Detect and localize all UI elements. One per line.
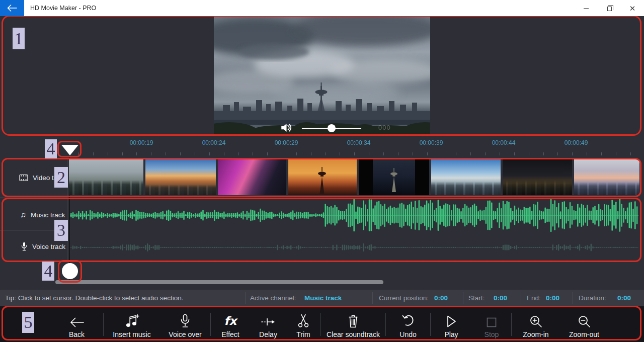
waveform-bar — [145, 245, 146, 249]
waveform-bar — [162, 247, 163, 248]
insert-music-button[interactable]: Insert music — [104, 306, 160, 342]
waveform-bar — [214, 210, 215, 221]
waveform-bar — [420, 247, 421, 248]
waveform-bar — [395, 208, 397, 223]
zoom-in-button[interactable]: Zoom-in — [512, 306, 560, 342]
status-tip: Tip: Click to set cursor. Double-click t… — [5, 290, 183, 306]
waveform-bar — [275, 214, 277, 216]
back-button[interactable]: Back — [50, 306, 103, 342]
video-clip-thumbnail[interactable] — [218, 159, 286, 195]
video-clip-thumbnail[interactable] — [69, 159, 143, 195]
waveform-bar — [451, 210, 452, 221]
video-clip-thumbnail[interactable] — [574, 159, 639, 195]
delay-button[interactable]: Delay — [250, 306, 286, 342]
waveform-bar — [533, 247, 534, 248]
waveform-bar — [334, 247, 335, 248]
waveform-bar — [537, 247, 538, 248]
video-clip-thumbnail[interactable] — [503, 159, 572, 195]
music-track-waveform[interactable] — [70, 197, 638, 233]
waveform-bar — [247, 247, 248, 248]
waveform-bar — [634, 247, 635, 247]
waveform-bar — [137, 211, 139, 219]
playhead-bottom-handle[interactable] — [62, 263, 78, 279]
speaker-icon[interactable] — [280, 122, 293, 134]
waveform-bar — [319, 214, 320, 217]
zoom-out-button[interactable]: Zoom-out — [560, 306, 608, 342]
waveform-bar — [133, 214, 135, 217]
video-clip-thumbnail[interactable] — [145, 159, 216, 195]
ruler-tick — [326, 152, 326, 155]
waveform-bar — [516, 210, 517, 221]
effect-button[interactable]: fx Effect — [211, 306, 250, 342]
waveform-bar — [238, 214, 240, 217]
waveform-bar — [505, 244, 506, 250]
back-arrow-icon — [7, 5, 17, 12]
undo-button[interactable]: Undo — [386, 306, 430, 342]
volume-slider-knob[interactable] — [328, 124, 336, 132]
video-clip-thumbnail[interactable] — [431, 159, 501, 195]
waveform-bar — [221, 247, 222, 248]
status-divider — [245, 292, 246, 304]
waveform-bar — [107, 247, 108, 248]
waveform-bar — [325, 204, 326, 227]
waveform-bar — [218, 212, 219, 219]
waveform-bar — [245, 214, 246, 217]
waveform-bar — [613, 247, 614, 248]
waveform-bar — [617, 211, 619, 220]
waveform-bar — [506, 244, 507, 250]
titlebar-back-button[interactable] — [0, 0, 24, 16]
waveform-bar — [269, 247, 270, 248]
waveform-bar — [357, 245, 358, 249]
waveform-bar — [455, 204, 456, 226]
voice-track-waveform[interactable] — [70, 235, 638, 260]
waveform-bar — [382, 206, 383, 225]
waveform-bar — [544, 247, 545, 247]
close-button[interactable]: ✕ — [621, 0, 644, 16]
stop-button[interactable]: Stop — [472, 306, 511, 342]
playhead-top-handle[interactable] — [61, 145, 78, 155]
waveform-bar — [570, 202, 571, 228]
waveform-bar — [514, 246, 515, 249]
minimize-button[interactable] — [575, 0, 598, 16]
waveform-bar — [254, 211, 256, 220]
waveform-bar — [305, 212, 307, 219]
waveform-bar — [491, 247, 492, 247]
ruler-timestamp: 00:00:44 — [492, 139, 516, 146]
video-clip-thumbnail[interactable] — [359, 159, 429, 195]
music-track-label[interactable]: ♫ Music track — [20, 211, 65, 219]
waveform-bar — [604, 247, 605, 247]
trim-button[interactable]: Trim — [286, 306, 320, 342]
waveform-bar — [315, 247, 316, 248]
waveform-bar — [600, 247, 601, 247]
waveform-bar — [189, 212, 191, 219]
waveform-bar — [424, 205, 426, 226]
waveform-bar — [525, 208, 527, 222]
play-button[interactable]: Play — [431, 306, 472, 342]
waveform-bar — [424, 247, 425, 247]
clear-soundtrack-button[interactable]: Clear soundtrack — [321, 306, 385, 342]
waveform-bar — [174, 213, 175, 217]
waveform-bar — [611, 247, 612, 248]
waveform-bar — [252, 247, 253, 247]
waveform-bar — [348, 204, 349, 227]
timeline-horizontal-scrollbar[interactable] — [55, 280, 383, 284]
waveform-bar — [176, 247, 177, 248]
waveform-bar — [84, 213, 86, 217]
waveform-bar — [181, 213, 183, 218]
ruler-tick — [413, 152, 413, 155]
waveform-bar — [344, 211, 345, 220]
waveform-bar — [103, 213, 105, 218]
waveform-bar — [439, 247, 440, 248]
waveform-bar — [231, 247, 232, 248]
waveform-bar — [311, 247, 312, 248]
video-preview[interactable] — [214, 17, 430, 135]
voice-over-button[interactable]: Voice over — [160, 306, 210, 342]
waveform-bar — [535, 247, 536, 248]
waveform-bar — [191, 247, 192, 248]
active-channel-label: Active channel: — [250, 290, 296, 306]
video-clip-thumbnail[interactable] — [288, 159, 357, 195]
waveform-bar — [151, 214, 152, 217]
restore-button[interactable] — [598, 0, 621, 16]
voice-track-label[interactable]: Voice track — [21, 242, 65, 251]
skyline-texture — [503, 180, 572, 195]
